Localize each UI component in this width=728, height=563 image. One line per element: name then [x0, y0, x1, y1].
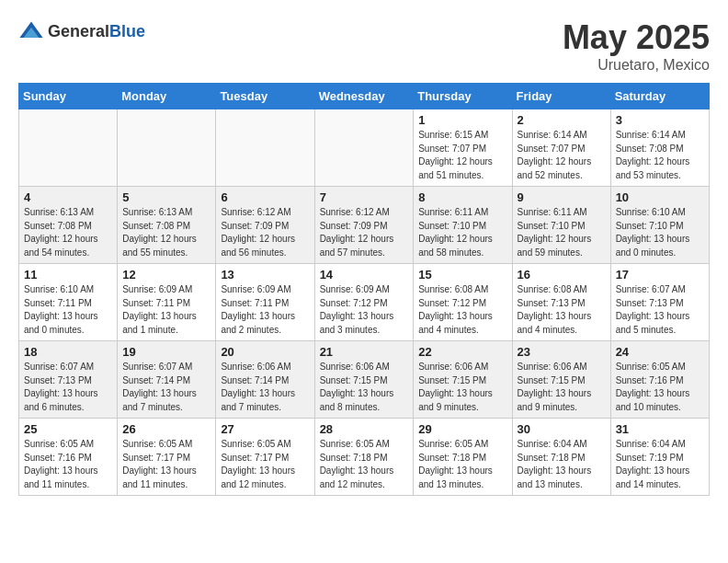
- day-info: Sunrise: 6:13 AM Sunset: 7:08 PM Dayligh…: [24, 206, 112, 259]
- day-number: 13: [221, 268, 309, 282]
- calendar-day-cell: 27Sunrise: 6:05 AM Sunset: 7:17 PM Dayli…: [216, 419, 314, 496]
- calendar-day-cell: 24Sunrise: 6:05 AM Sunset: 7:16 PM Dayli…: [610, 341, 709, 419]
- calendar-day-cell: 8Sunrise: 6:11 AM Sunset: 7:10 PM Daylig…: [414, 187, 512, 264]
- calendar-day-cell: [314, 109, 414, 187]
- day-info: Sunrise: 6:05 AM Sunset: 7:17 PM Dayligh…: [122, 438, 210, 491]
- day-number: 14: [320, 268, 409, 282]
- day-number: 12: [122, 268, 210, 282]
- weekday-header-tuesday: Tuesday: [216, 84, 314, 109]
- calendar-day-cell: 9Sunrise: 6:11 AM Sunset: 7:10 PM Daylig…: [512, 187, 610, 264]
- day-number: 26: [122, 422, 210, 436]
- calendar-day-cell: 20Sunrise: 6:06 AM Sunset: 7:14 PM Dayli…: [216, 341, 314, 419]
- page-header: GeneralBlue May 2025 Uruetaro, Mexico: [18, 18, 710, 74]
- calendar-day-cell: 1Sunrise: 6:15 AM Sunset: 7:07 PM Daylig…: [414, 109, 512, 187]
- day-info: Sunrise: 6:05 AM Sunset: 7:16 PM Dayligh…: [616, 361, 704, 414]
- day-info: Sunrise: 6:06 AM Sunset: 7:14 PM Dayligh…: [221, 361, 309, 414]
- calendar-day-cell: 13Sunrise: 6:09 AM Sunset: 7:11 PM Dayli…: [216, 264, 314, 341]
- day-number: 4: [24, 190, 112, 204]
- day-info: Sunrise: 6:04 AM Sunset: 7:19 PM Dayligh…: [616, 438, 704, 491]
- calendar-day-cell: 23Sunrise: 6:06 AM Sunset: 7:15 PM Dayli…: [512, 341, 610, 419]
- calendar-day-cell: 29Sunrise: 6:05 AM Sunset: 7:18 PM Dayli…: [414, 419, 512, 496]
- calendar-day-cell: 14Sunrise: 6:09 AM Sunset: 7:12 PM Dayli…: [314, 264, 414, 341]
- day-number: 17: [616, 268, 704, 282]
- day-info: Sunrise: 6:05 AM Sunset: 7:18 PM Dayligh…: [418, 438, 506, 491]
- calendar-day-cell: 3Sunrise: 6:14 AM Sunset: 7:08 PM Daylig…: [610, 109, 709, 187]
- day-number: 7: [320, 190, 409, 204]
- calendar-day-cell: 10Sunrise: 6:10 AM Sunset: 7:10 PM Dayli…: [610, 187, 709, 264]
- day-info: Sunrise: 6:12 AM Sunset: 7:09 PM Dayligh…: [320, 206, 409, 259]
- day-info: Sunrise: 6:06 AM Sunset: 7:15 PM Dayligh…: [320, 361, 409, 414]
- day-number: 27: [221, 422, 309, 436]
- day-info: Sunrise: 6:10 AM Sunset: 7:11 PM Dayligh…: [24, 283, 112, 337]
- calendar-day-cell: 21Sunrise: 6:06 AM Sunset: 7:15 PM Dayli…: [314, 341, 414, 419]
- day-info: Sunrise: 6:09 AM Sunset: 7:11 PM Dayligh…: [122, 283, 210, 337]
- day-number: 15: [418, 268, 506, 282]
- day-info: Sunrise: 6:12 AM Sunset: 7:09 PM Dayligh…: [221, 206, 309, 259]
- day-number: 28: [320, 422, 409, 436]
- day-info: Sunrise: 6:07 AM Sunset: 7:13 PM Dayligh…: [616, 283, 704, 337]
- calendar-day-cell: 11Sunrise: 6:10 AM Sunset: 7:11 PM Dayli…: [19, 264, 118, 341]
- calendar-day-cell: 6Sunrise: 6:12 AM Sunset: 7:09 PM Daylig…: [216, 187, 314, 264]
- calendar-day-cell: 26Sunrise: 6:05 AM Sunset: 7:17 PM Dayli…: [118, 419, 216, 496]
- calendar-day-cell: 15Sunrise: 6:08 AM Sunset: 7:12 PM Dayli…: [414, 264, 512, 341]
- day-info: Sunrise: 6:08 AM Sunset: 7:12 PM Dayligh…: [418, 283, 506, 337]
- day-number: 1: [418, 113, 506, 127]
- day-number: 31: [616, 422, 704, 436]
- day-number: 3: [616, 113, 704, 127]
- weekday-header-thursday: Thursday: [414, 84, 512, 109]
- calendar-week-row: 1Sunrise: 6:15 AM Sunset: 7:07 PM Daylig…: [19, 109, 710, 187]
- calendar-day-cell: 19Sunrise: 6:07 AM Sunset: 7:14 PM Dayli…: [118, 341, 216, 419]
- title-block: May 2025 Uruetaro, Mexico: [563, 18, 710, 74]
- calendar-day-cell: 18Sunrise: 6:07 AM Sunset: 7:13 PM Dayli…: [19, 341, 118, 419]
- day-number: 29: [418, 422, 506, 436]
- calendar-table: SundayMondayTuesdayWednesdayThursdayFrid…: [18, 83, 710, 496]
- weekday-header-saturday: Saturday: [610, 84, 709, 109]
- day-number: 18: [24, 345, 112, 359]
- calendar-day-cell: 5Sunrise: 6:13 AM Sunset: 7:08 PM Daylig…: [118, 187, 216, 264]
- day-info: Sunrise: 6:07 AM Sunset: 7:14 PM Dayligh…: [122, 361, 210, 414]
- day-number: 19: [122, 345, 210, 359]
- day-number: 21: [320, 345, 409, 359]
- calendar-day-cell: 4Sunrise: 6:13 AM Sunset: 7:08 PM Daylig…: [19, 187, 118, 264]
- calendar-day-cell: 31Sunrise: 6:04 AM Sunset: 7:19 PM Dayli…: [610, 419, 709, 496]
- day-number: 16: [518, 268, 606, 282]
- location-title: Uruetaro, Mexico: [563, 57, 710, 74]
- day-info: Sunrise: 6:08 AM Sunset: 7:13 PM Dayligh…: [518, 283, 606, 337]
- day-info: Sunrise: 6:09 AM Sunset: 7:11 PM Dayligh…: [221, 283, 309, 337]
- weekday-header-row: SundayMondayTuesdayWednesdayThursdayFrid…: [19, 84, 710, 109]
- day-info: Sunrise: 6:11 AM Sunset: 7:10 PM Dayligh…: [518, 206, 606, 259]
- day-number: 25: [24, 422, 112, 436]
- day-number: 11: [24, 268, 112, 282]
- calendar-day-cell: 28Sunrise: 6:05 AM Sunset: 7:18 PM Dayli…: [314, 419, 414, 496]
- calendar-day-cell: 22Sunrise: 6:06 AM Sunset: 7:15 PM Dayli…: [414, 341, 512, 419]
- logo: GeneralBlue: [18, 18, 145, 44]
- logo-general: General: [48, 22, 109, 40]
- day-number: 20: [221, 345, 309, 359]
- calendar-day-cell: 25Sunrise: 6:05 AM Sunset: 7:16 PM Dayli…: [19, 419, 118, 496]
- weekday-header-monday: Monday: [118, 84, 216, 109]
- day-info: Sunrise: 6:15 AM Sunset: 7:07 PM Dayligh…: [418, 129, 506, 182]
- weekday-header-friday: Friday: [512, 84, 610, 109]
- day-info: Sunrise: 6:04 AM Sunset: 7:18 PM Dayligh…: [518, 438, 606, 491]
- calendar-day-cell: [19, 109, 118, 187]
- calendar-day-cell: [118, 109, 216, 187]
- day-info: Sunrise: 6:06 AM Sunset: 7:15 PM Dayligh…: [518, 361, 606, 414]
- day-info: Sunrise: 6:13 AM Sunset: 7:08 PM Dayligh…: [122, 206, 210, 259]
- day-number: 5: [122, 190, 210, 204]
- logo-icon: [18, 18, 44, 44]
- calendar-day-cell: 17Sunrise: 6:07 AM Sunset: 7:13 PM Dayli…: [610, 264, 709, 341]
- day-number: 23: [518, 345, 606, 359]
- day-number: 8: [418, 190, 506, 204]
- calendar-day-cell: 30Sunrise: 6:04 AM Sunset: 7:18 PM Dayli…: [512, 419, 610, 496]
- calendar-day-cell: 12Sunrise: 6:09 AM Sunset: 7:11 PM Dayli…: [118, 264, 216, 341]
- month-year-title: May 2025: [563, 18, 710, 57]
- day-info: Sunrise: 6:05 AM Sunset: 7:17 PM Dayligh…: [221, 438, 309, 491]
- calendar-week-row: 11Sunrise: 6:10 AM Sunset: 7:11 PM Dayli…: [19, 264, 710, 341]
- day-info: Sunrise: 6:06 AM Sunset: 7:15 PM Dayligh…: [418, 361, 506, 414]
- day-info: Sunrise: 6:11 AM Sunset: 7:10 PM Dayligh…: [418, 206, 506, 259]
- calendar-day-cell: 16Sunrise: 6:08 AM Sunset: 7:13 PM Dayli…: [512, 264, 610, 341]
- calendar-week-row: 4Sunrise: 6:13 AM Sunset: 7:08 PM Daylig…: [19, 187, 710, 264]
- day-info: Sunrise: 6:05 AM Sunset: 7:16 PM Dayligh…: [24, 438, 112, 491]
- calendar-day-cell: 7Sunrise: 6:12 AM Sunset: 7:09 PM Daylig…: [314, 187, 414, 264]
- day-number: 10: [616, 190, 704, 204]
